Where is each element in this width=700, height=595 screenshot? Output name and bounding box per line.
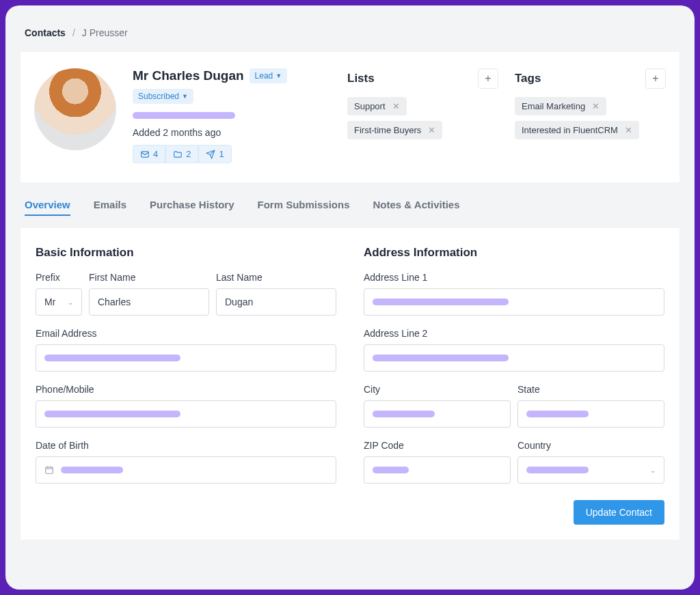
breadcrumb-root[interactable]: Contacts: [25, 27, 66, 38]
redacted-value: [44, 411, 180, 417]
chevron-down-icon: ⌄: [68, 299, 73, 306]
prefix-select[interactable]: Mr ⌄: [36, 288, 82, 316]
tab-notes-activities[interactable]: Notes & Activities: [373, 199, 460, 216]
basic-info-section: Basic Information Prefix Mr ⌄ First Name…: [36, 246, 336, 496]
redacted-value: [61, 467, 123, 473]
prefix-label: Prefix: [36, 272, 82, 283]
contact-type-label: Lead: [255, 71, 273, 81]
update-contact-button[interactable]: Update Contact: [574, 500, 664, 525]
basic-info-title: Basic Information: [36, 246, 336, 260]
added-timestamp: Added 2 months ago: [133, 127, 331, 138]
city-label: City: [364, 384, 511, 395]
country-label: Country: [517, 440, 664, 451]
redacted-value: [373, 467, 409, 473]
redacted-value: [526, 467, 589, 473]
lists-title: Lists: [347, 72, 375, 85]
send-count: 1: [219, 149, 224, 159]
tag-item-label: Interested in FluentCRM: [522, 125, 618, 135]
tag-item: Email Marketing ✕: [515, 97, 606, 115]
caret-down-icon: ▼: [182, 93, 188, 100]
tags-section: Tags + Email Marketing ✕ Interested in F…: [515, 68, 666, 139]
remove-tag-button[interactable]: ✕: [625, 125, 632, 135]
tag-item-label: Email Marketing: [522, 101, 585, 111]
avatar: [34, 68, 116, 150]
subscription-status-label: Subscribed: [138, 92, 179, 101]
contact-type-dropdown[interactable]: Lead ▼: [250, 68, 288, 83]
breadcrumb-current: J Preusser: [82, 27, 128, 38]
first-name-input[interactable]: Charles: [89, 288, 209, 316]
svg-rect-1: [46, 467, 53, 473]
email-label: Email Address: [36, 328, 336, 339]
tab-form-submissions[interactable]: Form Submissions: [257, 199, 349, 216]
remove-tag-button[interactable]: ✕: [592, 101, 600, 111]
redacted-value: [526, 411, 589, 417]
tab-emails[interactable]: Emails: [94, 199, 126, 216]
folder-count: 2: [186, 149, 191, 159]
tab-bar: Overview Emails Purchase History Form Su…: [21, 182, 679, 228]
last-name-input[interactable]: Dugan: [216, 288, 336, 316]
last-name-value: Dugan: [225, 296, 253, 307]
folder-count-stat[interactable]: 2: [165, 145, 198, 163]
email-count-stat[interactable]: 4: [133, 145, 165, 163]
email-count: 4: [153, 149, 158, 159]
lists-section: Lists + Support ✕ First-time Buyers ✕: [347, 68, 498, 139]
list-item-label: First-time Buyers: [354, 125, 421, 135]
email-input[interactable]: [36, 344, 336, 372]
plus-icon: +: [652, 72, 658, 85]
tab-overview[interactable]: Overview: [25, 199, 70, 216]
prefix-value: Mr: [44, 296, 55, 307]
send-count-stat[interactable]: 1: [198, 145, 231, 163]
mail-icon: [140, 150, 150, 159]
address1-label: Address Line 1: [364, 272, 664, 283]
first-name-label: First Name: [89, 272, 209, 283]
address-info-title: Address Information: [364, 246, 664, 260]
remove-list-button[interactable]: ✕: [428, 125, 435, 135]
calendar-icon: [44, 465, 54, 475]
contact-info: Mr Charles Dugan Lead ▼ Subscribed ▼ Add…: [133, 68, 331, 163]
address2-label: Address Line 2: [364, 328, 664, 339]
chevron-down-icon: ⌄: [650, 467, 656, 474]
add-list-button[interactable]: +: [478, 68, 498, 89]
list-item: Support ✕: [347, 97, 407, 115]
folder-icon: [173, 150, 183, 159]
phone-label: Phone/Mobile: [36, 384, 336, 395]
address-info-section: Address Information Address Line 1 Addre…: [364, 246, 664, 496]
tab-purchase-history[interactable]: Purchase History: [150, 199, 234, 216]
dob-label: Date of Birth: [36, 440, 336, 451]
country-select[interactable]: ⌄: [517, 456, 664, 484]
zip-input[interactable]: [364, 456, 511, 484]
address2-input[interactable]: [364, 344, 664, 372]
redacted-value: [44, 355, 180, 361]
redacted-value: [373, 299, 509, 305]
list-item: First-time Buyers ✕: [347, 121, 442, 139]
last-name-label: Last Name: [216, 272, 336, 283]
tags-title: Tags: [515, 72, 541, 85]
state-input[interactable]: [517, 400, 664, 428]
contact-name: Mr Charles Dugan: [133, 68, 244, 83]
activity-stats: 4 2 1: [133, 145, 331, 163]
caret-down-icon: ▼: [275, 72, 282, 79]
app-frame: Contacts / J Preusser Mr Charles Dugan L…: [5, 5, 695, 590]
city-input[interactable]: [364, 400, 511, 428]
list-item-label: Support: [354, 101, 386, 111]
state-label: State: [517, 384, 664, 395]
add-tag-button[interactable]: +: [645, 68, 666, 89]
breadcrumb-separator: /: [72, 27, 75, 38]
send-icon: [206, 150, 215, 159]
redacted-value: [373, 411, 435, 417]
zip-label: ZIP Code: [364, 440, 511, 451]
redacted-email-bar: [133, 112, 235, 119]
form-card: Basic Information Prefix Mr ⌄ First Name…: [21, 228, 679, 540]
breadcrumb: Contacts / J Preusser: [21, 20, 679, 45]
remove-list-button[interactable]: ✕: [392, 101, 400, 111]
contact-header-card: Mr Charles Dugan Lead ▼ Subscribed ▼ Add…: [21, 52, 679, 182]
plus-icon: +: [485, 72, 491, 85]
redacted-value: [373, 355, 509, 361]
phone-input[interactable]: [36, 400, 336, 428]
subscription-status-dropdown[interactable]: Subscribed ▼: [133, 89, 193, 104]
address1-input[interactable]: [364, 288, 664, 316]
first-name-value: Charles: [98, 296, 131, 307]
tag-item: Interested in FluentCRM ✕: [515, 121, 639, 139]
dob-input[interactable]: [36, 456, 336, 484]
